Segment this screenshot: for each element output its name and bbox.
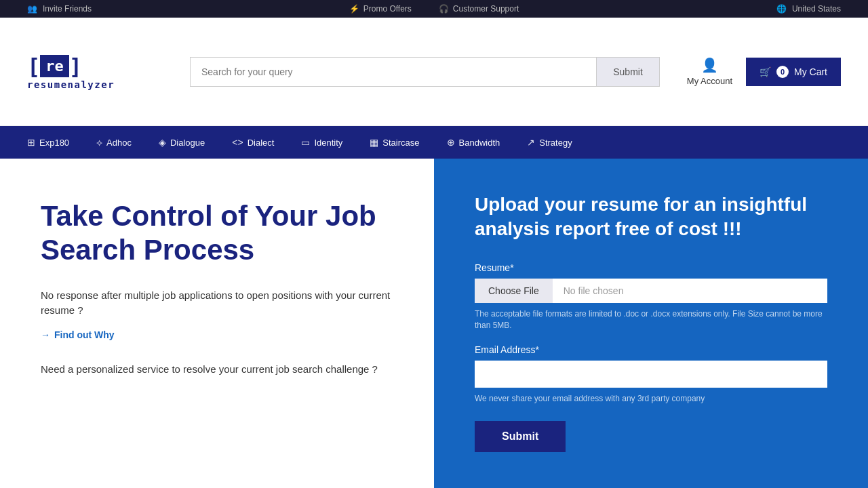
navbar: ⊞ Exp180 ⟡ Adhoc ◈ Dialogue <> Dialect ▭… [0,126,868,159]
search-button[interactable]: Submit [596,57,660,87]
file-name-display: No file chosen [553,279,827,303]
nav-item-dialect[interactable]: <> Dialect [218,126,288,159]
nav-label-staircase: Staircase [382,138,419,148]
top-bar: 👥 Invite Friends ⚡ Promo Offers 🎧 Custom… [0,0,868,18]
logo-text: resumenalyzer [27,79,115,90]
header: [ re ] resumenalyzer Submit 👤 My Account… [0,18,868,126]
exp180-icon: ⊞ [27,137,35,148]
find-out-label: Find out Why [54,329,115,340]
nav-item-exp180[interactable]: ⊞ Exp180 [14,126,83,159]
cart-label: My Cart [794,66,827,77]
invite-icon: 👥 [27,4,37,14]
promo-offers-label[interactable]: Promo Offers [363,4,412,14]
united-states-label[interactable]: United States [792,4,841,14]
find-out-link[interactable]: → Find out Why [41,329,393,340]
main-content: Take Control of Your Job Search Process … [0,159,868,488]
email-input[interactable] [475,361,827,388]
file-input-area: Choose File No file chosen [475,279,827,303]
left-section: Take Control of Your Job Search Process … [0,159,434,488]
cart-icon: 🛒 [760,66,771,77]
account-icon: 👤 [701,57,718,73]
file-hint: The acceptable file formats are limited … [475,308,827,331]
choose-file-button[interactable]: Choose File [475,279,553,303]
resume-label: Resume* [475,262,827,273]
globe-icon: 🌐 [776,4,787,14]
email-hint: We never share your email address with a… [475,393,827,405]
dialogue-icon: ◈ [159,137,166,148]
nav-item-staircase[interactable]: ▦ Staircase [356,126,433,159]
logo-area[interactable]: [ re ] resumenalyzer [27,54,163,90]
nav-item-bandwidth[interactable]: ⊕ Bandwidth [433,126,514,159]
nav-label-dialect: Dialect [248,138,275,148]
right-section: Upload your resume for an insightful ana… [434,159,868,488]
nav-label-exp180: Exp180 [39,138,69,148]
promo-icon: ⚡ [349,4,359,14]
customer-support-label[interactable]: Customer Support [453,4,519,14]
cart-count: 0 [776,66,789,78]
bandwidth-icon: ⊕ [447,137,455,148]
nav-label-dialogue: Dialogue [170,138,205,148]
sub-text: No response after multiple job applicati… [41,288,393,319]
header-right: 👤 My Account 🛒 0 My Cart [687,57,841,86]
identity-icon: ▭ [301,137,310,148]
main-heading: Take Control of Your Job Search Process [41,199,393,268]
nav-item-strategy[interactable]: ↗ Strategy [513,126,585,159]
support-icon: 🎧 [439,4,449,14]
nav-item-identity[interactable]: ▭ Identity [288,126,356,159]
cart-button[interactable]: 🛒 0 My Cart [746,58,841,86]
need-service-text: Need a personalized service to resolve y… [41,362,393,378]
dialect-icon: <> [232,137,243,148]
my-account[interactable]: 👤 My Account [687,57,732,86]
search-input[interactable] [190,57,596,87]
nav-label-adhoc: Adhoc [106,138,132,148]
email-label: Email Address* [475,344,827,355]
strategy-icon: ↗ [527,137,535,148]
nav-label-bandwidth: Bandwidth [459,138,500,148]
nav-label-identity: Identity [314,138,342,148]
staircase-icon: ▦ [370,137,378,148]
adhoc-icon: ⟡ [96,137,102,148]
submit-button[interactable]: Submit [475,421,566,452]
search-area: Submit [190,57,660,87]
nav-item-dialogue[interactable]: ◈ Dialogue [145,126,218,159]
nav-label-strategy: Strategy [539,138,572,148]
nav-item-adhoc[interactable]: ⟡ Adhoc [83,126,145,159]
arrow-icon: → [41,329,50,340]
invite-friends-label[interactable]: Invite Friends [43,4,92,14]
my-account-label: My Account [687,76,732,86]
upload-heading: Upload your resume for an insightful ana… [475,192,827,242]
